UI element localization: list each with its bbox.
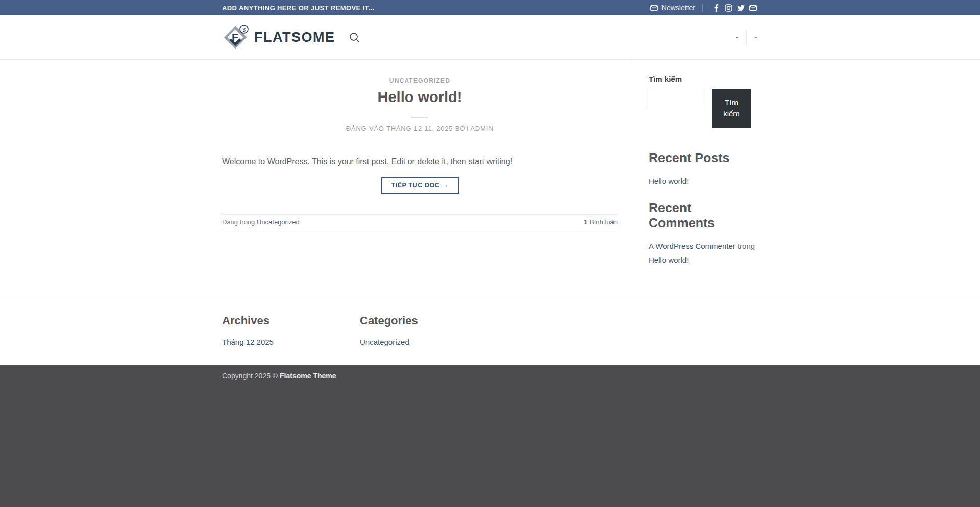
post-title: Hello world! <box>222 89 618 106</box>
post-category-link[interactable]: UNCATEGORIZED <box>389 77 450 84</box>
read-more-button[interactable]: TIẾP TỤC ĐỌC → <box>381 177 458 194</box>
absolute-footer: Copyright 2025 © Flatsome Theme <box>0 365 980 507</box>
topbar-message: ADD ANYTHING HERE OR JUST REMOVE IT... <box>222 4 375 12</box>
logo-text: FLATSOME <box>254 30 335 45</box>
topbar-right: Newsletter <box>650 3 758 13</box>
recent-post-item: Hello world! <box>649 174 757 188</box>
email-icon[interactable] <box>748 3 758 13</box>
posted-in: Đăng trong Uncategorized <box>222 218 300 226</box>
archives-title: Archives <box>222 314 360 327</box>
category-item: Uncategorized <box>360 337 498 346</box>
category-link[interactable]: Uncategorized <box>360 337 409 346</box>
comment-post-link[interactable]: Hello world! <box>649 256 689 264</box>
newsletter-link[interactable]: Newsletter <box>650 4 695 12</box>
instagram-icon[interactable] <box>723 3 733 13</box>
recent-post-link[interactable]: Hello world! <box>649 177 689 185</box>
recent-comments-list: A WordPress Commenter trong Hello world! <box>649 239 757 268</box>
archive-item: Tháng 12 2025 <box>222 337 360 346</box>
sidebar: Tìm kiếm Tìm kiếm Recent Posts Hello wor… <box>649 60 757 296</box>
site-header: F 3 FLATSOME - - <box>0 15 980 60</box>
topbar-separator <box>702 4 703 12</box>
main-content: UNCATEGORIZED Hello world! ĐĂNG VÀO THÁN… <box>222 60 758 296</box>
comments-link[interactable]: Bình luận <box>590 218 618 226</box>
comment-author-link[interactable]: A WordPress Commenter <box>649 242 736 250</box>
comments-count: 1 <box>584 218 587 226</box>
copyright-brand: Flatsome Theme <box>280 372 336 380</box>
top-bar: ADD ANYTHING HERE OR JUST REMOVE IT... N… <box>0 0 980 15</box>
archives-widget: Archives Tháng 12 2025 <box>222 314 360 346</box>
search-form: Tìm kiếm <box>649 89 757 128</box>
search-submit-button[interactable]: Tìm kiếm <box>712 89 751 128</box>
title-divider <box>411 117 428 118</box>
post-author-link[interactable]: ADMIN <box>470 125 494 132</box>
svg-text:F: F <box>232 31 238 43</box>
recent-posts-title: Recent Posts <box>649 151 757 165</box>
post-footer-meta: Đăng trong Uncategorized 1 Bình luận <box>222 214 618 229</box>
recent-comments-title: Recent Comments <box>649 201 757 230</box>
envelope-icon <box>650 5 658 11</box>
search-widget-title: Tìm kiếm <box>649 75 757 83</box>
archive-link[interactable]: Tháng 12 2025 <box>222 337 274 346</box>
categories-title: Categories <box>360 314 498 327</box>
post-header: UNCATEGORIZED Hello world! ĐĂNG VÀO THÁN… <box>222 76 618 132</box>
flatsome-logo-icon: F 3 <box>222 23 249 51</box>
recent-posts-list: Hello world! <box>649 174 757 188</box>
comments-meta: 1 Bình luận <box>584 218 618 226</box>
sidebar-divider <box>632 60 632 270</box>
site-logo[interactable]: F 3 FLATSOME <box>222 23 335 51</box>
comment-connector: trong <box>738 242 755 250</box>
recent-comment-item: A WordPress Commenter trong Hello world! <box>649 239 757 268</box>
by-label: BỞI <box>455 125 469 132</box>
copyright-text: Copyright 2025 © <box>222 372 278 380</box>
categories-widget: Categories Uncategorized <box>360 314 498 346</box>
copyright: Copyright 2025 © Flatsome Theme <box>222 372 758 380</box>
post-date-link[interactable]: THÁNG 12 11, 2025 <box>386 125 453 132</box>
categories-list: Uncategorized <box>360 337 498 346</box>
footer-widgets: Archives Tháng 12 2025 Categories Uncate… <box>0 296 980 365</box>
posted-in-category-link[interactable]: Uncategorized <box>257 218 300 226</box>
search-icon[interactable] <box>349 32 360 43</box>
search-widget: Tìm kiếm Tìm kiếm <box>649 75 757 128</box>
menu-item-2[interactable]: - <box>747 30 758 44</box>
header-menu: - - <box>727 30 758 45</box>
posted-on-label: ĐĂNG VÀO <box>346 125 384 132</box>
post-excerpt: Welcome to WordPress. This is your first… <box>222 156 618 167</box>
posted-in-label: Đăng trong <box>222 218 255 226</box>
twitter-icon[interactable] <box>736 3 746 13</box>
post-article: UNCATEGORIZED Hello world! ĐĂNG VÀO THÁN… <box>222 60 632 296</box>
archives-list: Tháng 12 2025 <box>222 337 360 346</box>
read-more-wrap: TIẾP TỤC ĐỌC → <box>222 177 618 194</box>
menu-item-1[interactable]: - <box>727 30 746 44</box>
search-input[interactable] <box>649 89 706 108</box>
newsletter-label: Newsletter <box>662 4 695 12</box>
logo-badge: 3 <box>242 27 246 33</box>
post-meta: ĐĂNG VÀO THÁNG 12 11, 2025 BỞI ADMIN <box>222 125 618 132</box>
facebook-icon[interactable] <box>711 3 721 13</box>
